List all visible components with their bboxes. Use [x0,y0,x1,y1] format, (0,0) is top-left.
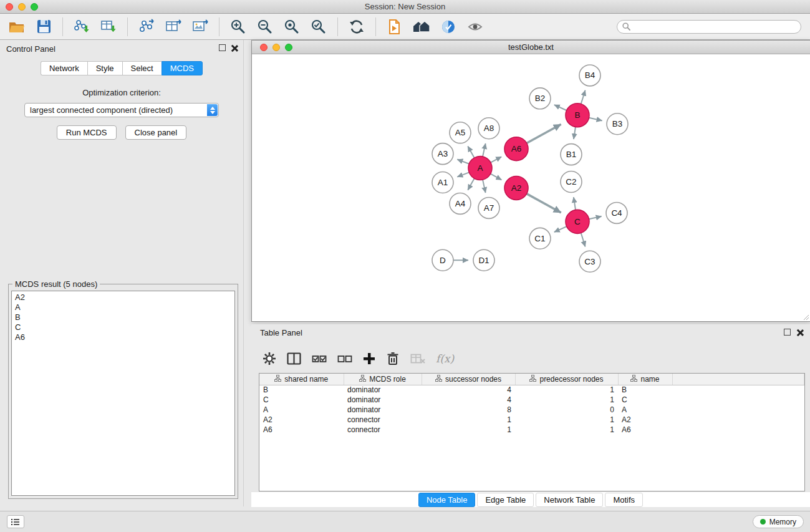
table-cell[interactable]: 1 [515,415,618,425]
network-zoom-button[interactable] [285,44,292,51]
search-input[interactable] [634,22,796,31]
table-cell[interactable]: connector [344,425,422,435]
zoom-fit-icon[interactable] [281,17,302,37]
edge-B-B4[interactable] [581,90,586,104]
import-network-icon[interactable] [71,17,92,37]
deselect-all-icon[interactable] [337,354,352,364]
memory-button[interactable]: Memory [753,515,804,528]
edge-A-A2[interactable] [491,174,502,180]
run-mcds-button[interactable]: Run MCDS [57,125,117,140]
float-table-panel-icon[interactable] [784,329,791,336]
table-cell[interactable]: C [259,395,344,405]
column-header-3[interactable]: predecessor nodes [515,374,618,385]
edge-A-A1[interactable] [457,172,469,177]
zoom-window-button[interactable] [31,3,38,11]
table-cell[interactable]: 1 [515,385,618,395]
table-cell[interactable]: 1 [515,425,618,435]
mcds-result-list[interactable]: A2ABCA6 [11,291,235,496]
result-list-item[interactable]: A2 [15,293,231,302]
network-canvas[interactable]: AA6A2BCA5A8A3A1A4A7B2B4B3B1C2C4C1C3DD1 [252,55,810,321]
table-cell[interactable]: 8 [422,405,515,415]
edge-A-A7[interactable] [483,180,486,193]
table-row[interactable]: Cdominator41C [259,395,804,405]
close-panel-button[interactable]: Close panel [125,125,187,140]
table-cell[interactable]: A2 [618,415,672,425]
result-list-item[interactable]: A6 [15,332,231,342]
table-row[interactable]: Adominator80A [259,405,804,415]
edge-A-A3[interactable] [457,160,469,164]
export-table-icon[interactable] [163,17,184,37]
edge-B-B2[interactable] [554,105,567,110]
eye-icon[interactable] [465,17,486,37]
column-header-0[interactable]: shared name [259,374,344,385]
close-table-panel-icon[interactable] [796,329,804,336]
vizmap-icon[interactable] [438,17,459,37]
node-table[interactable]: shared nameMCDS rolesuccessor nodesprede… [259,373,805,491]
tab-style[interactable]: Style [87,61,122,75]
tab-node-table[interactable]: Node Table [418,493,476,507]
column-header-1[interactable]: MCDS role [344,374,422,385]
edge-C-C1[interactable] [554,226,567,232]
add-column-icon[interactable] [363,352,375,365]
edge-A-A8[interactable] [483,143,486,157]
result-list-item[interactable]: B [15,312,231,322]
table-cell[interactable]: A [259,405,344,415]
network-minimize-button[interactable] [272,44,280,51]
result-list-item[interactable]: A [15,302,231,312]
table-cell[interactable]: C [618,395,672,405]
tab-network[interactable]: Network [41,61,87,75]
column-header-4[interactable]: name [618,374,672,385]
table-cell[interactable]: dominator [344,395,422,405]
table-cell[interactable]: 1 [422,415,515,425]
column-header-2[interactable]: successor nodes [422,374,515,385]
table-cell[interactable]: B [618,385,672,395]
export-network-icon[interactable] [136,17,157,37]
table-cell[interactable]: B [259,385,344,395]
tab-network-table[interactable]: Network Table [536,493,603,507]
table-cell[interactable]: A6 [259,425,344,435]
edge-C-C3[interactable] [581,233,586,246]
tab-motifs[interactable]: Motifs [605,493,643,507]
tab-mcds[interactable]: MCDS [162,61,203,75]
edge-B-B1[interactable] [574,127,576,138]
zoom-selected-icon[interactable] [308,17,329,37]
network-close-button[interactable] [260,44,268,51]
resize-grip[interactable] [802,313,809,321]
network-window-titlebar[interactable]: testGlobe.txt [252,41,810,54]
open-folder-icon[interactable] [6,17,27,37]
open-session-file-icon[interactable] [384,17,405,37]
table-cell[interactable]: 4 [422,385,515,395]
settings-gear-icon[interactable] [263,352,276,365]
close-window-button[interactable] [6,3,13,11]
zoom-in-icon[interactable] [228,17,249,37]
table-cell[interactable]: A [618,405,672,415]
edge-C-C4[interactable] [589,216,602,219]
float-panel-icon[interactable] [219,44,226,51]
close-panel-icon[interactable] [231,44,238,52]
table-cell[interactable]: 1 [515,395,618,405]
edge-A2-C[interactable] [527,194,561,213]
table-cell[interactable]: 4 [422,395,515,405]
table-cell[interactable]: 0 [515,405,618,415]
table-row[interactable]: A2connector11A2 [259,415,804,425]
edge-A-A6[interactable] [491,157,501,162]
edge-A-A4[interactable] [468,178,474,190]
table-cell[interactable]: 1 [422,425,515,435]
delete-column-icon[interactable] [386,352,400,365]
minimize-window-button[interactable] [18,3,26,11]
export-image-icon[interactable] [190,17,211,37]
column-manager-icon[interactable] [287,352,301,365]
table-row[interactable]: A6connector11A6 [259,425,804,435]
save-icon[interactable] [33,17,54,37]
table-cell[interactable]: A2 [259,415,344,425]
import-table-icon[interactable] [98,17,119,37]
tab-select[interactable]: Select [122,61,162,75]
table-cell[interactable]: A6 [618,425,672,435]
home-views-icon[interactable] [411,17,432,37]
select-all-icon[interactable] [312,354,327,364]
refresh-icon[interactable] [346,17,367,37]
edge-C-C2[interactable] [574,197,576,210]
task-history-button[interactable] [7,515,24,528]
criterion-dropdown[interactable]: largest connected component (directed) [24,103,219,117]
result-list-item[interactable]: C [15,322,231,332]
